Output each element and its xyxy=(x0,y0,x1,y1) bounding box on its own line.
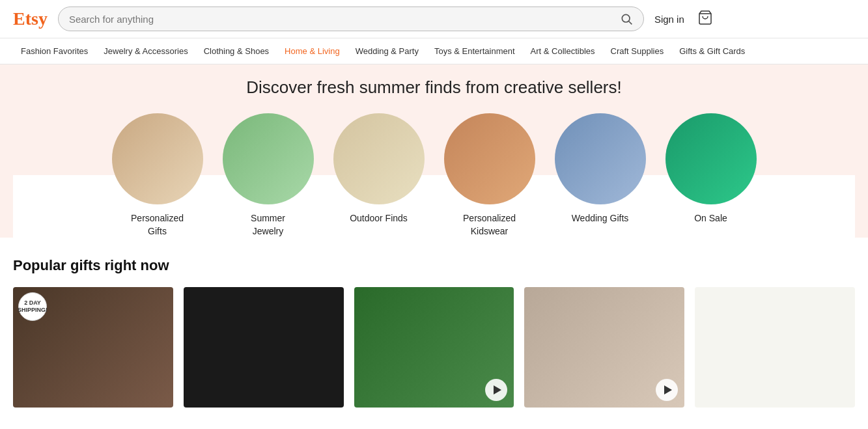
search-bar xyxy=(58,7,644,31)
category-circle xyxy=(333,113,425,204)
category-circle xyxy=(112,113,203,204)
category-circle xyxy=(223,113,314,204)
nav-item-home---living[interactable]: Home & Living xyxy=(277,44,348,59)
product-card[interactable] xyxy=(184,287,344,408)
category-label: Outdoor Finds xyxy=(350,212,408,225)
category-circle xyxy=(555,113,646,204)
category-label: Personalized Kidswear xyxy=(463,212,516,238)
nav-item-clothing---shoes[interactable]: Clothing & Shoes xyxy=(196,44,277,59)
search-input[interactable] xyxy=(69,14,620,25)
play-icon xyxy=(664,385,672,394)
product-image xyxy=(695,287,855,408)
product-badge: 2 DAY SHIPPING! xyxy=(18,292,47,321)
nav-item-craft-supplies[interactable]: Craft Supplies xyxy=(603,44,672,59)
search-button[interactable] xyxy=(620,12,633,25)
play-icon xyxy=(494,385,501,394)
product-image xyxy=(524,287,684,408)
svg-line-1 xyxy=(629,21,632,25)
product-card[interactable] xyxy=(354,287,514,408)
nav-item-wedding---party[interactable]: Wedding & Party xyxy=(348,44,427,59)
etsy-logo[interactable]: Etsy xyxy=(13,8,48,29)
cart-icon xyxy=(697,10,713,25)
sign-in-link[interactable]: Sign in xyxy=(654,14,684,25)
nav-item-jewelry---accessories[interactable]: Jewelry & Accessories xyxy=(96,44,195,59)
product-card[interactable] xyxy=(695,287,855,408)
category-label: Personalized Gifts xyxy=(131,212,184,238)
product-image: 2 DAY SHIPPING! xyxy=(13,287,173,408)
category-item[interactable]: Wedding Gifts xyxy=(555,113,646,238)
svg-point-0 xyxy=(622,14,630,22)
category-label: Summer Jewelry xyxy=(251,212,285,238)
category-label: On Sale xyxy=(694,212,727,225)
category-label: Wedding Gifts xyxy=(572,212,629,225)
main-content: Popular gifts right now 2 DAY SHIPPING! xyxy=(0,238,868,421)
categories-row: Personalized GiftsSummer JewelryOutdoor … xyxy=(13,113,855,238)
product-card[interactable]: 2 DAY SHIPPING! xyxy=(13,287,173,408)
product-image xyxy=(354,287,514,408)
nav-item-fashion-favorites[interactable]: Fashion Favorites xyxy=(13,44,96,59)
popular-section-title: Popular gifts right now xyxy=(13,257,855,274)
product-card[interactable] xyxy=(524,287,684,408)
category-item[interactable]: Summer Jewelry xyxy=(223,113,314,238)
category-item[interactable]: Personalized Kidswear xyxy=(444,113,535,238)
play-button[interactable] xyxy=(485,379,507,401)
cart-button[interactable] xyxy=(697,10,713,28)
banner-title: Discover fresh summer finds from creativ… xyxy=(13,77,855,98)
nav-item-toys---entertainment[interactable]: Toys & Entertainment xyxy=(427,44,523,59)
products-grid: 2 DAY SHIPPING! xyxy=(13,287,855,408)
category-item[interactable]: On Sale xyxy=(665,113,757,238)
category-circle xyxy=(444,113,535,204)
nav-item-art---collectibles[interactable]: Art & Collectibles xyxy=(523,44,603,59)
header-right: Sign in xyxy=(654,10,713,28)
category-item[interactable]: Outdoor Finds xyxy=(333,113,425,238)
header: Etsy Sign in xyxy=(0,0,868,38)
play-button[interactable] xyxy=(656,379,678,401)
search-icon xyxy=(620,12,633,25)
banner: Discover fresh summer finds from creativ… xyxy=(0,64,868,238)
nav-bar: Fashion FavoritesJewelry & AccessoriesCl… xyxy=(0,38,868,64)
category-item[interactable]: Personalized Gifts xyxy=(112,113,203,238)
category-circle xyxy=(665,113,757,204)
nav-item-gifts---gift-cards[interactable]: Gifts & Gift Cards xyxy=(671,44,753,59)
product-image xyxy=(184,287,344,408)
